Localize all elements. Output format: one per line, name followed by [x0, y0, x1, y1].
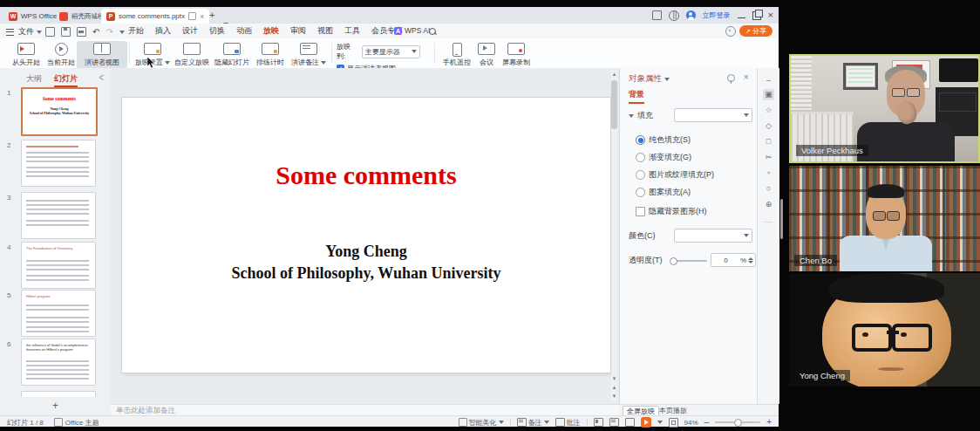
collapse-panel-icon[interactable]: < [99, 72, 104, 84]
slide-author[interactable]: Yong Cheng [122, 243, 610, 261]
tab-document[interactable]: P some comments.pptx [101, 9, 209, 24]
menu-review[interactable]: 审阅 [290, 25, 306, 37]
tab-background[interactable]: 背景 [629, 89, 644, 104]
zoom-in-button[interactable]: + [766, 419, 772, 426]
normal-view-icon[interactable] [594, 418, 603, 427]
slide-thumbnail-7-partial[interactable] [21, 391, 96, 397]
save-icon[interactable] [61, 27, 71, 37]
hide-slide-button[interactable]: 隐藏幻灯片 [211, 41, 253, 69]
scrollbar-thumb[interactable] [611, 80, 617, 129]
custom-show-button[interactable]: 自定义放映 [171, 41, 213, 69]
undo-icon[interactable]: ↶ [92, 28, 99, 37]
slide-affiliation[interactable]: School of Philosophy, Wuhan University [122, 264, 610, 283]
tab-close-icon[interactable] [200, 12, 204, 21]
color-dropdown[interactable] [674, 229, 752, 243]
help-tool-icon[interactable]: ○ [763, 183, 774, 195]
slide-title[interactable]: Some comments [122, 161, 610, 190]
video-list-scrollbar[interactable] [780, 199, 783, 239]
tab-outline[interactable]: 大纲 [26, 73, 42, 85]
smart-beautify-button[interactable]: 智能美化 [459, 418, 504, 428]
picture-fill-option[interactable]: 图片或纹理填充(P) [636, 169, 714, 181]
share-button[interactable]: ↗分享 [739, 25, 772, 37]
menu-home[interactable]: 开始 [128, 25, 144, 37]
collapse-strip-icon[interactable]: – [763, 75, 774, 86]
properties-tool-icon[interactable]: ▣ [763, 89, 774, 100]
slide-canvas[interactable]: Some comments Yong Cheng School of Philo… [122, 98, 610, 373]
fill-preset-dropdown[interactable] [674, 108, 752, 122]
pin-icon[interactable] [727, 74, 735, 82]
from-current-button[interactable]: 当前开始 [42, 41, 80, 69]
previous-slide-icon[interactable]: ▲ [611, 384, 617, 391]
cut-tool-icon[interactable]: ✂ [763, 152, 774, 163]
menu-view[interactable]: 视图 [317, 25, 333, 37]
menu-animation[interactable]: 动画 [236, 25, 252, 37]
print-icon[interactable] [77, 27, 86, 37]
participant-video-chenbo[interactable]: Chen Bo [789, 166, 980, 271]
shapes-tool-icon[interactable]: ◇ [763, 120, 774, 132]
layout-icon[interactable] [652, 10, 662, 20]
fit-to-window-icon[interactable] [669, 418, 678, 428]
transparency-spinner[interactable]: 0 % [711, 253, 756, 267]
quick-access-caret-icon[interactable] [119, 31, 125, 34]
scroll-down-icon[interactable]: ▼ [611, 375, 617, 382]
phone-remote-button[interactable]: 手机遥控 [439, 41, 474, 69]
reading-view-icon[interactable] [625, 418, 635, 427]
slide-thumbnail-5[interactable]: Hilbert program [21, 290, 96, 337]
zoom-out-button[interactable]: – [704, 419, 710, 426]
theme-indicator[interactable]: Office 主题 [54, 418, 99, 428]
participant-video-yongcheng[interactable]: Yong Cheng [789, 273, 980, 387]
comments-button[interactable]: 批注 [555, 418, 581, 428]
presenter-view-button[interactable]: 演讲者视图 [77, 41, 127, 69]
display-monitor-dropdown[interactable]: 主要显示器 [362, 45, 420, 58]
zoom-slider[interactable] [715, 421, 760, 423]
star-tool-icon[interactable]: ☆ [763, 105, 774, 116]
participant-video-volker[interactable]: Volker Peckhaus [789, 54, 980, 163]
frame-tool-icon[interactable]: ▫ [763, 168, 774, 179]
screen-record-button[interactable]: 屏幕录制 [499, 41, 534, 69]
notification-icon[interactable] [725, 26, 736, 37]
stepper-icons[interactable] [748, 257, 753, 263]
gradient-fill-option[interactable]: 渐变填充(G) [636, 152, 691, 163]
slide-thumbnail-4[interactable]: The Foundations of Geometry, [21, 242, 96, 289]
slide-thumbnail-2[interactable] [21, 140, 96, 187]
speaker-notes-button[interactable]: 演讲备注 [288, 41, 330, 69]
rehearse-timings-button[interactable]: 排练计时 [251, 41, 289, 69]
play-this-page-button[interactable]: 本页播放 [656, 406, 691, 415]
tab-slides[interactable]: 幻灯片 [54, 73, 78, 87]
more-tools-icon[interactable]: ⊕ [763, 199, 774, 210]
notes-toggle-button[interactable]: 备注 [517, 418, 549, 428]
menu-transitions[interactable]: 切换 [209, 25, 225, 37]
meeting-button[interactable]: 会议 [473, 41, 500, 69]
slide-thumbnail-6[interactable]: the influence of Gödel's incompleteness … [21, 339, 96, 386]
menu-design[interactable]: 设计 [182, 25, 198, 37]
slide-thumbnail-3[interactable] [21, 192, 96, 239]
close-panel-icon[interactable]: × [744, 72, 749, 82]
play-slideshow-button[interactable] [641, 417, 651, 428]
zoom-level[interactable]: 94% [684, 419, 698, 427]
wps-ai-button[interactable]: A WPS AI [394, 26, 430, 35]
minimize-button[interactable] [738, 17, 745, 18]
notes-bar[interactable]: 单击此处添加备注 [111, 404, 624, 416]
restore-button[interactable] [752, 11, 761, 20]
slide-sorter-view-icon[interactable] [609, 418, 619, 427]
hamburger-icon[interactable] [6, 29, 14, 36]
globe-icon[interactable] [669, 10, 679, 21]
from-beginning-button[interactable]: 从头开始 [7, 41, 45, 69]
next-slide-icon[interactable]: ▼ [611, 393, 617, 400]
hide-background-checkbox[interactable]: 隐藏背景图形(H) [636, 206, 707, 217]
pattern-fill-option[interactable]: 图案填充(A) [636, 187, 691, 198]
play-options-caret-icon[interactable] [657, 421, 663, 424]
scroll-up-icon[interactable]: ▲ [611, 71, 617, 78]
solid-fill-option[interactable]: 纯色填充(S) [636, 134, 691, 146]
login-button[interactable]: 立即登录 [703, 10, 731, 20]
menu-slideshow[interactable]: 放映 [263, 25, 279, 37]
close-button[interactable]: × [768, 10, 773, 20]
tab-pin-icon[interactable] [188, 12, 196, 20]
menu-insert[interactable]: 插入 [155, 25, 171, 37]
new-file-icon[interactable] [45, 27, 55, 37]
redo-icon[interactable]: ↷ [105, 28, 112, 37]
search-icon[interactable] [429, 28, 436, 35]
transparency-slider[interactable] [670, 260, 707, 262]
menu-tools[interactable]: 工具 [344, 25, 360, 37]
add-slide-button[interactable]: + [0, 400, 111, 414]
